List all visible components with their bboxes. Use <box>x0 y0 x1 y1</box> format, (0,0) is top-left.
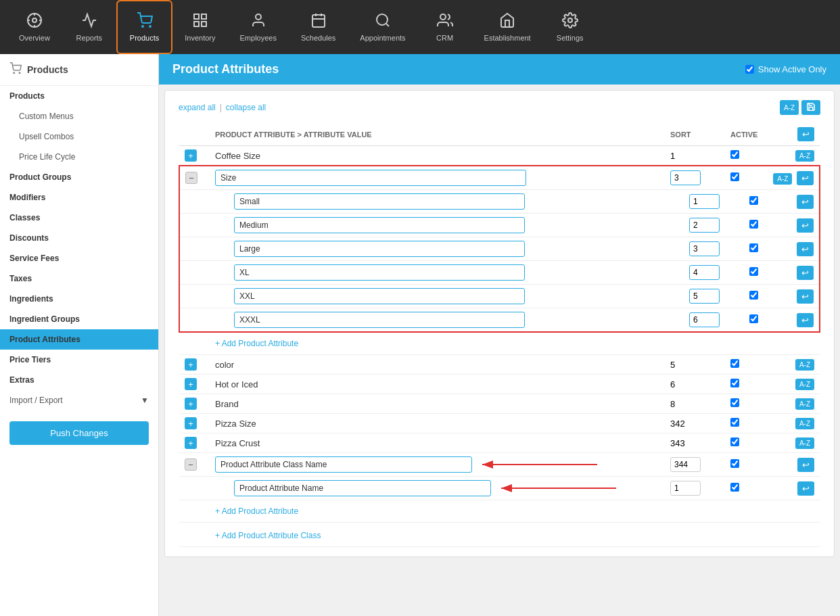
table-row: + Brand 8 A-Z <box>179 394 820 414</box>
xxxl-revert-button[interactable]: ↩ <box>797 313 814 327</box>
small-sort-input[interactable] <box>689 194 720 209</box>
pizza-size-active-checkbox[interactable] <box>730 418 739 427</box>
expand-hot-or-iced[interactable]: + <box>185 378 197 390</box>
xxl-active-checkbox[interactable] <box>749 291 758 300</box>
hot-or-iced-az-button[interactable]: A-Z <box>795 379 814 390</box>
expand-pizza-crust[interactable]: + <box>185 437 197 449</box>
small-revert-button[interactable]: ↩ <box>797 195 814 209</box>
sidebar-item-product-groups[interactable]: Product Groups <box>0 167 158 187</box>
add-product-attribute-link[interactable]: + Add Product Attribute <box>215 336 298 351</box>
nav-item-overview[interactable]: Overview <box>7 0 62 54</box>
sidebar-item-price-tiers[interactable]: Price Tiers <box>0 350 158 370</box>
size-name-input[interactable] <box>215 170 526 186</box>
push-changes-button[interactable]: Push Changes <box>9 421 149 445</box>
sidebar: Products Products Custom Menus Upsell Co… <box>0 54 159 616</box>
pan-sort-input[interactable] <box>670 481 701 496</box>
brand-az-button[interactable]: A-Z <box>795 398 814 410</box>
az-sort-button[interactable]: A-Z <box>780 100 799 115</box>
nav-item-reports[interactable]: Reports <box>62 0 116 54</box>
pac-revert-button[interactable]: ↩ <box>797 458 814 472</box>
pac-active-checkbox[interactable] <box>730 459 739 468</box>
expand-all-link[interactable]: expand all <box>179 103 216 112</box>
pizza-crust-az-button[interactable]: A-Z <box>795 437 814 449</box>
settings-icon <box>562 12 578 31</box>
add-product-attribute-bottom-link[interactable]: + Add Product Attribute <box>215 504 298 519</box>
pan-revert-button[interactable]: ↩ <box>797 481 814 496</box>
color-az-button[interactable]: A-Z <box>795 359 814 371</box>
pan-active-checkbox[interactable] <box>730 483 739 492</box>
expand-coffee-size[interactable]: + <box>185 149 197 162</box>
sidebar-item-extras[interactable]: Extras <box>0 370 158 390</box>
svg-point-20 <box>568 18 572 22</box>
nav-item-appointments[interactable]: Appointments <box>348 0 417 54</box>
large-revert-button[interactable]: ↩ <box>797 242 814 256</box>
pizza-crust-active-checkbox[interactable] <box>730 437 739 446</box>
sidebar-item-price-life-cycle[interactable]: Price Life Cycle <box>0 147 158 167</box>
xl-name-input[interactable] <box>234 264 525 281</box>
medium-name-input[interactable] <box>234 217 525 233</box>
sidebar-item-ingredients[interactable]: Ingredients <box>0 289 158 309</box>
medium-revert-button[interactable]: ↩ <box>797 218 814 233</box>
collapse-size[interactable]: − <box>185 172 197 184</box>
expand-color[interactable]: + <box>185 358 197 371</box>
pac-name-input[interactable] <box>215 456 472 473</box>
size-az-button[interactable]: A-Z <box>773 173 792 185</box>
actions-cell: ↩ <box>766 214 820 237</box>
expand-brand[interactable]: + <box>185 398 197 410</box>
nav-item-schedules[interactable]: Schedules <box>289 0 348 54</box>
large-sort-input[interactable] <box>689 241 720 256</box>
show-active-only-checkbox[interactable] <box>745 65 754 74</box>
sidebar-item-product-attributes[interactable]: Product Attributes <box>0 329 158 350</box>
pan-name-input[interactable] <box>234 480 491 496</box>
save-button[interactable] <box>801 100 820 115</box>
sidebar-item-upsell-combos[interactable]: Upsell Combos <box>0 126 158 147</box>
xxxl-active-checkbox[interactable] <box>749 314 758 323</box>
nav-item-inventory[interactable]: Inventory <box>172 0 227 54</box>
large-name-input[interactable] <box>234 241 525 257</box>
xl-sort-input[interactable] <box>689 265 720 280</box>
nav-item-employees[interactable]: Employees <box>228 0 289 54</box>
sidebar-import-export[interactable]: Import / Export ▼ <box>0 390 158 410</box>
collapse-pac[interactable]: − <box>185 458 197 471</box>
svg-rect-10 <box>202 22 206 26</box>
small-active-checkbox[interactable] <box>749 196 758 205</box>
brand-active-checkbox[interactable] <box>730 398 739 407</box>
xxl-revert-button[interactable]: ↩ <box>797 289 814 304</box>
pac-sort-input[interactable] <box>670 457 701 472</box>
xxl-sort-input[interactable] <box>689 289 720 304</box>
sidebar-item-ingredient-groups[interactable]: Ingredient Groups <box>0 309 158 329</box>
hot-or-iced-active-checkbox[interactable] <box>730 379 739 387</box>
large-active-checkbox[interactable] <box>749 243 758 252</box>
color-active-checkbox[interactable] <box>730 359 739 368</box>
xxxl-name-input[interactable] <box>234 312 525 328</box>
xxxl-sort-input[interactable] <box>689 312 720 327</box>
xl-active-checkbox[interactable] <box>749 267 758 276</box>
nav-item-products[interactable]: Products <box>116 0 172 54</box>
size-sort-input[interactable] <box>670 170 701 185</box>
sidebar-item-custom-menus[interactable]: Custom Menus <box>0 106 158 126</box>
nav-item-establishment[interactable]: Establishment <box>472 0 543 54</box>
sidebar-item-service-fees[interactable]: Service Fees <box>0 248 158 268</box>
medium-active-checkbox[interactable] <box>749 220 758 229</box>
sidebar-item-discounts[interactable]: Discounts <box>0 228 158 248</box>
sidebar-item-products[interactable]: Products <box>0 86 158 106</box>
add-product-attribute-class-link[interactable]: + Add Product Attribute Class <box>215 528 321 543</box>
table-row: ↩ <box>179 214 820 237</box>
nav-item-settings[interactable]: Settings <box>543 0 597 54</box>
small-name-input[interactable] <box>234 193 525 210</box>
coffee-size-az-button[interactable]: A-Z <box>795 150 814 162</box>
revert-all-button[interactable]: ↩ <box>797 127 814 141</box>
xxl-name-input[interactable] <box>234 288 525 304</box>
xl-revert-button[interactable]: ↩ <box>797 266 814 280</box>
pizza-size-az-button[interactable]: A-Z <box>795 418 814 429</box>
sidebar-item-modifiers[interactable]: Modifiers <box>0 187 158 208</box>
size-active-checkbox[interactable] <box>730 172 739 181</box>
medium-sort-input[interactable] <box>689 218 720 233</box>
coffee-size-active-checkbox[interactable] <box>730 150 739 159</box>
size-revert-button[interactable]: ↩ <box>797 171 814 185</box>
expand-pizza-size[interactable]: + <box>185 417 197 429</box>
sidebar-item-classes[interactable]: Classes <box>0 208 158 228</box>
sidebar-item-taxes[interactable]: Taxes <box>0 268 158 289</box>
collapse-all-link[interactable]: collapse all <box>226 103 266 112</box>
nav-item-crm[interactable]: CRM <box>418 0 472 54</box>
